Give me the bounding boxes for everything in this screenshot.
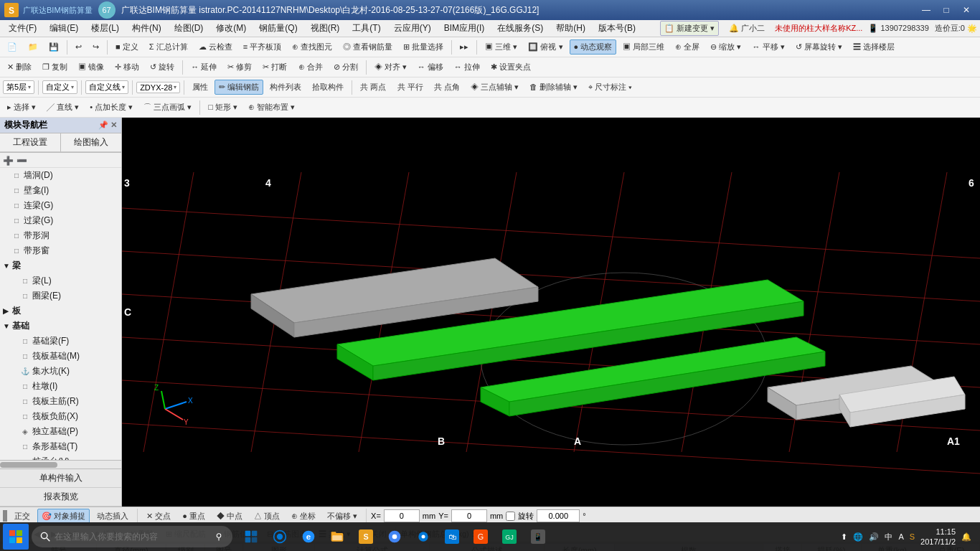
tree-item-column-base[interactable]: □ 柱墩(I): [0, 379, 121, 394]
new-change-btn[interactable]: 📋 新建变更 ▾: [660, 21, 719, 36]
close-button[interactable]: ✕: [957, 3, 976, 17]
redo-btn[interactable]: ↪: [88, 40, 103, 54]
dynamic-observe-btn[interactable]: ● 动态观察: [570, 39, 617, 55]
menu-component[interactable]: 构件(N): [126, 21, 167, 36]
taskbar-app-store[interactable]: 🛍: [439, 524, 465, 550]
menu-bim[interactable]: BIM应用(I): [438, 21, 491, 36]
undo-btn[interactable]: ↩: [71, 40, 86, 54]
tree-item-strip-window[interactable]: □ 带形窗: [0, 243, 121, 258]
select-mode-btn[interactable]: ▸ 选择 ▾: [3, 100, 40, 115]
dim-label-btn[interactable]: ⌖ 尺寸标注 ▾: [584, 80, 636, 95]
view-btn[interactable]: 🔲 俯视 ▾: [524, 39, 567, 55]
type-dropdown[interactable]: 自定义 ▾: [42, 80, 77, 94]
tree-item-wall-hole[interactable]: □ 墙洞(D): [0, 168, 121, 183]
single-component-input-btn[interactable]: 单构件输入: [0, 469, 121, 488]
new-btn[interactable]: 📄: [3, 40, 22, 54]
taskbar-app-settings[interactable]: [410, 524, 436, 550]
three-point-arc-btn[interactable]: ⌒ 三点画弧 ▾: [139, 100, 196, 115]
menu-rebar-qty[interactable]: 钢筋量(Q): [253, 21, 303, 36]
point-length-btn[interactable]: • 点加长度 ▾: [85, 100, 137, 115]
trim-btn[interactable]: ✂ 修剪: [223, 60, 256, 75]
component-list-btn[interactable]: 构件列表: [265, 80, 306, 95]
screen-rotate-btn[interactable]: ↺ 屏幕旋转 ▾: [791, 39, 847, 55]
pan-btn[interactable]: ↔ 平移 ▾: [748, 39, 789, 55]
sys-clock[interactable]: 11:15 2017/11/2: [920, 527, 956, 547]
endpoint-btn[interactable]: ● 重点: [178, 509, 209, 524]
properties-btn[interactable]: 属性: [188, 80, 212, 95]
tree-item-beam[interactable]: □ 梁(L): [0, 273, 121, 288]
no-offset-btn[interactable]: 不偏移 ▾: [323, 509, 362, 524]
offset-btn[interactable]: ↔ 偏移: [413, 60, 448, 75]
tree-group-slab[interactable]: ▶ 板: [0, 303, 121, 319]
copy-btn[interactable]: ❐ 复制: [38, 60, 72, 75]
tree-item-sump[interactable]: ⚓ 集水坑(K): [0, 364, 121, 379]
menu-file[interactable]: 文件(F): [3, 21, 42, 36]
split-btn[interactable]: ⊘ 分割: [329, 60, 362, 75]
menu-version[interactable]: 版本号(B): [593, 21, 641, 36]
rotate-checkbox[interactable]: [506, 512, 515, 521]
project-settings-btn[interactable]: 工程设置: [0, 133, 61, 152]
viewport[interactable]: X Y Z 4 6 3 C B A A1: [122, 118, 980, 507]
sidebar-hscroll[interactable]: [0, 460, 121, 468]
vertex-btn[interactable]: △ 顶点: [250, 509, 284, 524]
y-input[interactable]: [451, 509, 487, 522]
ortho-btn[interactable]: 正交: [10, 509, 34, 524]
taskbar-app-glj[interactable]: S: [353, 524, 379, 550]
menu-cloud[interactable]: 云应用(Y): [388, 21, 437, 36]
stretch-btn[interactable]: ↔ 拉伸: [450, 60, 484, 75]
dynamic-insert-btn[interactable]: 动态插入: [93, 509, 133, 524]
delete-aux-btn[interactable]: 🗑 删除辅轴 ▾: [525, 80, 582, 95]
point-angle-btn[interactable]: 共 点角: [430, 80, 464, 95]
tray-network-icon[interactable]: 🌐: [853, 532, 863, 542]
object-snap-btn[interactable]: 🎯 对象捕捉: [37, 509, 90, 524]
tree-item-strip-foundation[interactable]: □ 条形基础(T): [0, 439, 121, 454]
break-btn[interactable]: ✂ 打断: [258, 60, 291, 75]
parallel-btn[interactable]: 共 平行: [393, 80, 428, 95]
tree-item-isolated-foundation[interactable]: ◈ 独立基础(P): [0, 424, 121, 439]
align-top-btn[interactable]: ≡ 平齐板顶: [239, 39, 286, 55]
taskbar-app-calc[interactable]: 📱: [525, 524, 551, 550]
tree-item-raft-main-rebar[interactable]: □ 筏板主筋(R): [0, 394, 121, 409]
tray-ime2-icon[interactable]: A: [898, 532, 903, 541]
guang-small2-btn[interactable]: 🔔 广小二: [725, 21, 769, 36]
x-input[interactable]: [384, 509, 420, 522]
tray-up-icon[interactable]: ⬆: [841, 532, 847, 542]
more-btn[interactable]: ▸▸: [456, 40, 473, 54]
tree-group-foundation[interactable]: ▼ 基础: [0, 319, 121, 334]
search-bar[interactable]: [32, 526, 232, 547]
batch-select-btn[interactable]: ⊞ 批量选择: [399, 39, 448, 55]
two-point-btn[interactable]: 共 两点: [356, 80, 390, 95]
tree-item-raft-foundation[interactable]: □ 筏板基础(M): [0, 349, 121, 364]
three-point-aux-btn[interactable]: ◈ 三点辅轴 ▾: [466, 80, 523, 95]
tray-ime-icon[interactable]: 中: [885, 532, 892, 542]
tree-item-lintel[interactable]: □ 过梁(G): [0, 213, 121, 228]
coord-btn[interactable]: ⊕ 坐标: [287, 509, 320, 524]
menu-floor[interactable]: 楼层(L): [85, 21, 125, 36]
taskbar-app-windows[interactable]: [238, 524, 264, 550]
tray-volume-icon[interactable]: 🔊: [869, 532, 879, 542]
resize-handle[interactable]: [3, 510, 7, 522]
taskbar-app-extra[interactable]: G: [468, 524, 494, 550]
local-3d-btn[interactable]: ▣ 局部三维: [618, 39, 669, 55]
align-btn[interactable]: ◈ 对齐 ▾: [370, 60, 411, 75]
edit-rebar-btn[interactable]: ✏ 编辑钢筋: [215, 80, 263, 95]
zdyx-dropdown[interactable]: ZDYX-28 ▾: [136, 82, 180, 93]
menu-tools[interactable]: 工具(T): [347, 21, 386, 36]
tree-group-beam[interactable]: ▼ 梁: [0, 258, 121, 273]
define-btn[interactable]: ■ 定义: [111, 39, 143, 55]
sum-calc-btn[interactable]: Σ 汇总计算: [145, 39, 192, 55]
tree-item-foundation-beam[interactable]: □ 基础梁(F): [0, 334, 121, 349]
tray-notification-icon[interactable]: 🔔: [961, 532, 971, 542]
start-button[interactable]: [3, 524, 29, 550]
select-floor-btn[interactable]: ☰ 选择楼层: [849, 39, 899, 55]
search-input[interactable]: [55, 532, 209, 542]
extend-btn[interactable]: ↔ 延伸: [187, 60, 221, 75]
menu-online[interactable]: 在线服务(S): [491, 21, 549, 36]
tree-item-coupling-beam[interactable]: □ 连梁(G): [0, 198, 121, 213]
menu-view[interactable]: 视图(R): [305, 21, 346, 36]
intersection-btn[interactable]: ✕ 交点: [142, 509, 175, 524]
taskbar-app-cortana[interactable]: [267, 524, 293, 550]
tree-item-niche[interactable]: □ 壁龛(I): [0, 183, 121, 198]
menu-draw[interactable]: 绘图(D): [169, 21, 209, 36]
sidebar-pin-btn[interactable]: 📌 ✕: [98, 121, 117, 130]
